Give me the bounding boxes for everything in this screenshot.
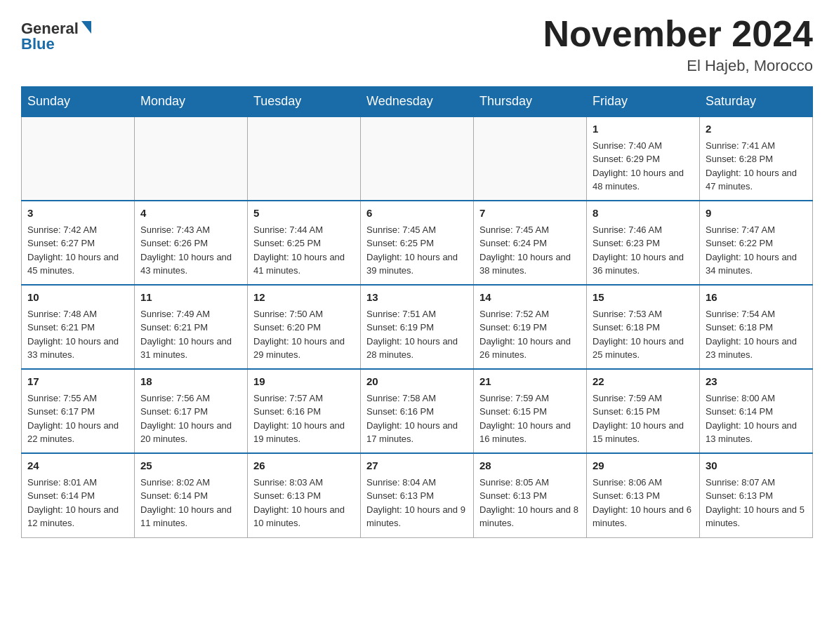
day-number: 6: [366, 206, 468, 222]
day-info-line: Sunrise: 8:03 AM: [253, 476, 355, 490]
day-number: 21: [479, 374, 581, 390]
day-number: 8: [593, 206, 694, 222]
day-number: 17: [27, 374, 128, 390]
day-info-line: Daylight: 10 hours and 45 minutes.: [27, 250, 128, 278]
week-row-1: 1Sunrise: 7:40 AMSunset: 6:29 PMDaylight…: [22, 116, 813, 201]
day-number: 13: [366, 290, 468, 306]
day-info-line: Sunset: 6:15 PM: [593, 405, 694, 419]
day-number: 7: [479, 206, 581, 222]
day-info-line: Sunrise: 7:49 AM: [140, 307, 241, 321]
day-info-line: Daylight: 10 hours and 26 minutes.: [479, 335, 581, 362]
weekday-header-saturday: Saturday: [700, 87, 813, 117]
day-info-line: Sunset: 6:25 PM: [253, 236, 355, 250]
day-info-line: Sunrise: 8:01 AM: [27, 476, 128, 490]
calendar-cell: 12Sunrise: 7:50 AMSunset: 6:20 PMDayligh…: [248, 285, 361, 369]
calendar-cell: 15Sunrise: 7:53 AMSunset: 6:18 PMDayligh…: [587, 285, 700, 369]
logo-blue-text: Blue: [21, 35, 55, 53]
calendar-cell: 13Sunrise: 7:51 AMSunset: 6:19 PMDayligh…: [361, 285, 474, 369]
calendar-cell: 9Sunrise: 7:47 AMSunset: 6:22 PMDaylight…: [700, 201, 813, 285]
calendar-cell: [135, 116, 248, 201]
day-info-line: Sunset: 6:23 PM: [593, 236, 694, 250]
day-info-line: Daylight: 10 hours and 16 minutes.: [479, 419, 581, 446]
day-info-line: Daylight: 10 hours and 20 minutes.: [140, 419, 241, 446]
calendar-cell: 24Sunrise: 8:01 AMSunset: 6:14 PMDayligh…: [22, 453, 135, 537]
page-header: General Blue November 2024 El Hajeb, Mor…: [21, 14, 813, 75]
calendar-cell: 14Sunrise: 7:52 AMSunset: 6:19 PMDayligh…: [474, 285, 587, 369]
calendar-cell: 28Sunrise: 8:05 AMSunset: 6:13 PMDayligh…: [474, 453, 587, 537]
day-info-line: Sunrise: 7:43 AM: [140, 223, 241, 237]
day-number: 30: [706, 458, 807, 474]
day-info-line: Sunrise: 7:48 AM: [27, 307, 128, 321]
calendar-cell: [22, 116, 135, 201]
day-info-line: Sunrise: 7:58 AM: [366, 391, 468, 405]
calendar-cell: 8Sunrise: 7:46 AMSunset: 6:23 PMDaylight…: [587, 201, 700, 285]
weekday-header-tuesday: Tuesday: [248, 87, 361, 117]
day-info-line: Sunrise: 8:00 AM: [706, 391, 807, 405]
day-number: 29: [593, 458, 694, 474]
day-number: 24: [27, 458, 128, 474]
day-info-line: Daylight: 10 hours and 11 minutes.: [140, 503, 241, 530]
day-info-line: Daylight: 10 hours and 22 minutes.: [27, 419, 128, 446]
calendar-cell: 1Sunrise: 7:40 AMSunset: 6:29 PMDaylight…: [587, 116, 700, 201]
day-info-line: Daylight: 10 hours and 25 minutes.: [593, 335, 694, 362]
day-info-line: Sunset: 6:21 PM: [27, 321, 128, 335]
day-info-line: Sunset: 6:24 PM: [479, 236, 581, 250]
day-number: 12: [253, 290, 355, 306]
logo: General Blue: [21, 14, 91, 53]
day-info-line: Daylight: 10 hours and 28 minutes.: [366, 335, 468, 362]
day-info-line: Sunrise: 8:06 AM: [593, 476, 694, 490]
week-row-3: 10Sunrise: 7:48 AMSunset: 6:21 PMDayligh…: [22, 285, 813, 369]
day-info-line: Sunrise: 7:44 AM: [253, 223, 355, 237]
day-number: 15: [593, 290, 694, 306]
day-info-line: Daylight: 10 hours and 15 minutes.: [593, 419, 694, 446]
day-info-line: Sunrise: 7:40 AM: [593, 139, 694, 153]
day-info-line: Sunrise: 8:04 AM: [366, 476, 468, 490]
day-info-line: Sunset: 6:13 PM: [706, 489, 807, 503]
day-info-line: Sunrise: 7:42 AM: [27, 223, 128, 237]
location-label: El Hajeb, Morocco: [543, 57, 813, 75]
day-info-line: Daylight: 10 hours and 10 minutes.: [253, 503, 355, 530]
weekday-header-thursday: Thursday: [474, 87, 587, 117]
day-info-line: Sunset: 6:15 PM: [479, 405, 581, 419]
day-info-line: Daylight: 10 hours and 23 minutes.: [706, 335, 807, 362]
day-info-line: Daylight: 10 hours and 43 minutes.: [140, 250, 241, 278]
day-info-line: Sunrise: 7:53 AM: [593, 307, 694, 321]
day-info-line: Sunset: 6:14 PM: [706, 405, 807, 419]
weekday-header-wednesday: Wednesday: [361, 87, 474, 117]
weekday-header-friday: Friday: [587, 87, 700, 117]
day-number: 10: [27, 290, 128, 306]
day-info-line: Sunset: 6:16 PM: [366, 405, 468, 419]
day-info-line: Daylight: 10 hours and 19 minutes.: [253, 419, 355, 446]
day-info-line: Daylight: 10 hours and 41 minutes.: [253, 250, 355, 278]
calendar-cell: 11Sunrise: 7:49 AMSunset: 6:21 PMDayligh…: [135, 285, 248, 369]
day-info-line: Daylight: 10 hours and 29 minutes.: [253, 335, 355, 362]
weekday-header-sunday: Sunday: [22, 87, 135, 117]
day-info-line: Daylight: 10 hours and 31 minutes.: [140, 335, 241, 362]
calendar-cell: [248, 116, 361, 201]
calendar-cell: 7Sunrise: 7:45 AMSunset: 6:24 PMDaylight…: [474, 201, 587, 285]
calendar-cell: 19Sunrise: 7:57 AMSunset: 6:16 PMDayligh…: [248, 369, 361, 453]
day-info-line: Sunset: 6:22 PM: [706, 236, 807, 250]
day-info-line: Sunrise: 8:07 AM: [706, 476, 807, 490]
calendar-cell: 4Sunrise: 7:43 AMSunset: 6:26 PMDaylight…: [135, 201, 248, 285]
day-info-line: Sunrise: 7:59 AM: [479, 391, 581, 405]
day-info-line: Daylight: 10 hours and 38 minutes.: [479, 250, 581, 278]
day-number: 5: [253, 206, 355, 222]
day-number: 3: [27, 206, 128, 222]
day-number: 26: [253, 458, 355, 474]
calendar-cell: 18Sunrise: 7:56 AMSunset: 6:17 PMDayligh…: [135, 369, 248, 453]
day-number: 23: [706, 374, 807, 390]
calendar-cell: 23Sunrise: 8:00 AMSunset: 6:14 PMDayligh…: [700, 369, 813, 453]
calendar-cell: 21Sunrise: 7:59 AMSunset: 6:15 PMDayligh…: [474, 369, 587, 453]
calendar-cell: 6Sunrise: 7:45 AMSunset: 6:25 PMDaylight…: [361, 201, 474, 285]
day-info-line: Sunrise: 7:55 AM: [27, 391, 128, 405]
day-info-line: Sunset: 6:14 PM: [27, 489, 128, 503]
day-info-line: Sunset: 6:13 PM: [253, 489, 355, 503]
week-row-2: 3Sunrise: 7:42 AMSunset: 6:27 PMDaylight…: [22, 201, 813, 285]
day-info-line: Sunrise: 7:52 AM: [479, 307, 581, 321]
day-info-line: Sunrise: 7:45 AM: [479, 223, 581, 237]
day-info-line: Daylight: 10 hours and 17 minutes.: [366, 419, 468, 446]
day-number: 22: [593, 374, 694, 390]
day-info-line: Daylight: 10 hours and 13 minutes.: [706, 419, 807, 446]
day-info-line: Sunset: 6:28 PM: [706, 152, 807, 166]
